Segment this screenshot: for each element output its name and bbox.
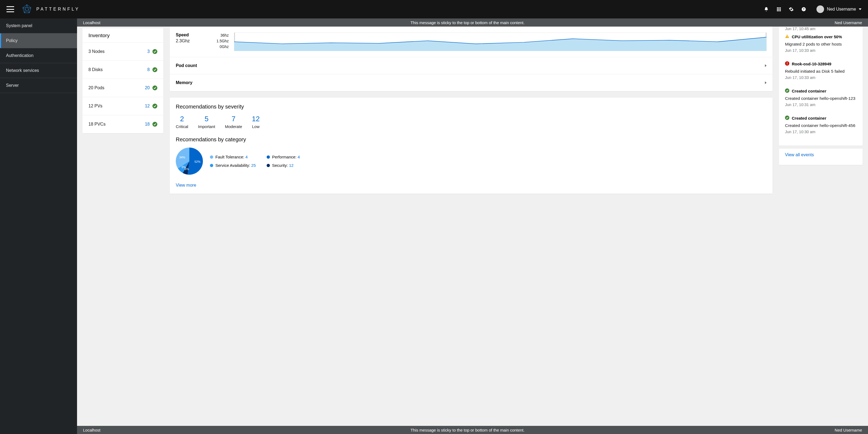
event-description: Migrated 2 pods to other hosts [785, 39, 857, 47]
legend-dot-icon [267, 155, 270, 159]
severity-stat[interactable]: 7Moderate [225, 115, 242, 129]
svg-rect-16 [787, 64, 787, 65]
inventory-count: 20 [145, 86, 150, 90]
speed-axis: 36hz 1.5Ghz 0Ghz [216, 33, 229, 50]
event-time: Jun 17, 10:33 am [785, 47, 857, 53]
inventory-label: 18 PVCs [88, 122, 145, 127]
inventory-count: 12 [145, 104, 150, 108]
svg-rect-15 [787, 62, 787, 64]
svg-rect-12 [787, 35, 787, 37]
legend-dot-icon [210, 155, 213, 159]
inventory-row[interactable]: 3 Nodes3 [83, 42, 163, 61]
events-card: Jun 17, 10:45 am CPU utilitization over … [779, 27, 863, 145]
inventory-count: 3 [147, 49, 150, 54]
severity-stat[interactable]: 2Critical [176, 115, 188, 129]
svg-rect-3 [777, 9, 778, 10]
sticky-left: Localhost [83, 428, 100, 432]
inventory-count: 8 [147, 67, 150, 72]
event-title: CPU utilitization over 50% [792, 34, 842, 39]
svg-rect-4 [778, 9, 780, 10]
svg-text:?: ? [803, 8, 805, 11]
pie-slice-label: 8% [182, 165, 186, 169]
event-title: Rook-osd-10-328949 [792, 62, 831, 66]
event-description: Rebuild initiated as Disk 5 failed [785, 66, 857, 74]
chevron-right-icon [765, 64, 767, 67]
caret-down-icon [859, 8, 862, 10]
event-item: Rook-osd-10-328949Rebuild initiated as D… [785, 58, 857, 85]
events-action-card: View all events [779, 149, 863, 165]
topbar-actions: ? Ned Username [764, 5, 862, 13]
inventory-row[interactable]: 20 Pods20 [83, 79, 163, 97]
chevron-right-icon [765, 82, 767, 84]
nav-policy[interactable]: Policy [0, 33, 77, 48]
inventory-label: 12 PVs [88, 104, 145, 108]
legend-item[interactable]: Service Availability: 25 [210, 163, 256, 167]
event-description: Created container hello-openshift-123 [785, 94, 857, 101]
event-status-icon [785, 61, 789, 66]
event-status-icon [785, 88, 789, 94]
status-card: Speed 2.3Ghz 36hz 1.5Ghz 0Ghz [170, 27, 773, 91]
event-item: Created containerCreated container hello… [785, 85, 857, 112]
svg-rect-0 [777, 7, 778, 8]
nav-network-services[interactable]: Network services [0, 63, 77, 78]
topbar: PATTERNFLY ? Ned Username [0, 0, 868, 19]
nav-server[interactable]: Server [0, 78, 77, 93]
severity-stat[interactable]: 12Low [252, 115, 260, 129]
rec-category-title: Recomendations by category [176, 136, 767, 143]
inventory-count: 18 [145, 122, 150, 127]
inventory-row[interactable]: 8 Disks8 [83, 61, 163, 79]
speed-label: Speed [176, 33, 211, 37]
check-circle-icon [152, 49, 157, 54]
brand-text: PATTERNFLY [36, 7, 80, 12]
legend-dot-icon [210, 164, 213, 167]
check-circle-icon [152, 86, 157, 90]
nav-authentication[interactable]: Authentication [0, 48, 77, 63]
event-time-truncated: Jun 17, 10:45 am [785, 27, 857, 31]
bell-icon[interactable] [764, 7, 769, 12]
svg-rect-6 [777, 10, 778, 11]
inventory-row[interactable]: 18 PVCs18 [83, 115, 163, 133]
svg-rect-5 [780, 9, 781, 10]
speed-value: 2.3Ghz [176, 38, 211, 43]
recommendations-card: Recomendations by severity 2Critical5Imp… [170, 98, 773, 194]
pie-slice-label: 52% [194, 160, 200, 163]
svg-rect-7 [778, 10, 780, 11]
legend-item[interactable]: Security: 12 [267, 163, 300, 167]
svg-rect-2 [780, 7, 781, 8]
sticky-center: This message is sticky to the top or bot… [100, 20, 835, 25]
svg-rect-8 [780, 10, 781, 11]
apps-grid-icon[interactable] [776, 7, 781, 12]
svg-rect-13 [787, 37, 787, 38]
sticky-right: Ned Username [835, 428, 862, 432]
inventory-title: Inventory [83, 28, 163, 42]
expand-memory[interactable]: Memory [170, 74, 773, 91]
speed-sparkline [234, 33, 767, 51]
user-menu[interactable]: Ned Username [816, 5, 862, 13]
event-status-icon [785, 34, 789, 39]
event-item: CPU utilitization over 50%Migrated 2 pod… [785, 31, 857, 58]
inventory-label: 3 Nodes [88, 49, 147, 54]
inventory-label: 20 Pods [88, 86, 145, 90]
event-time: Jun 17, 10:30 am [785, 129, 857, 134]
check-circle-icon [152, 104, 157, 108]
view-more-link[interactable]: View more [176, 183, 196, 188]
event-time: Jun 17, 10:31 am [785, 101, 857, 107]
nav-system-panel[interactable]: System panel [0, 19, 77, 33]
brand-logo-icon [22, 4, 32, 14]
sticky-right: Ned Username [835, 20, 862, 25]
rec-severity-title: Recomendations by severity [176, 104, 767, 110]
legend-item[interactable]: Fault Tolerance: 4 [210, 155, 256, 159]
view-all-events-link[interactable]: View all events [785, 152, 814, 157]
gear-icon[interactable] [789, 7, 794, 12]
expand-pod-count[interactable]: Pod count [170, 57, 773, 74]
severity-stat[interactable]: 5Important [198, 115, 215, 129]
svg-rect-1 [778, 7, 780, 8]
help-icon[interactable]: ? [801, 7, 806, 12]
inventory-row[interactable]: 12 PVs12 [83, 97, 163, 115]
legend-item[interactable]: Performance: 4 [267, 155, 300, 159]
sticky-top-banner: Localhost This message is sticky to the … [77, 19, 868, 27]
pie-slice-label: 34% [179, 156, 185, 159]
menu-toggle-icon[interactable] [6, 6, 14, 12]
brand[interactable]: PATTERNFLY [22, 4, 80, 14]
event-title: Created container [792, 116, 827, 120]
